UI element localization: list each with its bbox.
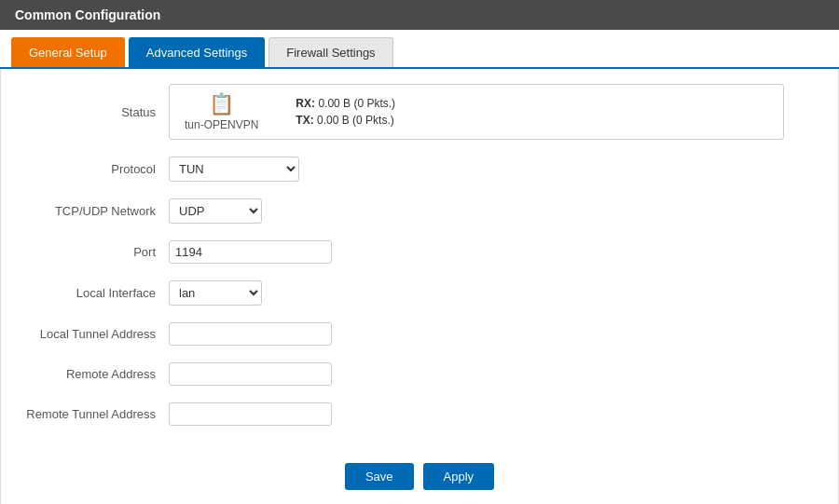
local-interface-select[interactable]: lan wan loopback bbox=[169, 280, 262, 306]
tab-firewall-settings[interactable]: Firewall Settings bbox=[268, 37, 392, 67]
content-area: Status 📋 tun-OPENVPN RX: 0.00 B (0 Pkts.… bbox=[0, 69, 839, 504]
remote-tunnel-address-input[interactable] bbox=[169, 402, 332, 426]
protocol-label: Protocol bbox=[20, 162, 169, 176]
port-label: Port bbox=[20, 245, 169, 259]
port-row: Port bbox=[20, 240, 819, 264]
protocol-select[interactable]: TUN TAP bbox=[169, 157, 299, 182]
tcpudp-select[interactable]: UDP TCP bbox=[169, 198, 262, 224]
title-text: Common Configuration bbox=[15, 7, 160, 22]
buttons-row: Save Apply bbox=[20, 463, 819, 504]
local-interface-label: Local Interface bbox=[20, 286, 169, 300]
tab-bar: General Setup Advanced Settings Firewall… bbox=[0, 30, 839, 69]
remote-address-label: Remote Address bbox=[20, 367, 169, 381]
protocol-row: Protocol TUN TAP bbox=[20, 157, 819, 182]
status-rx-tx: RX: 0.00 B (0 Pkts.) TX: 0.00 B (0 Pkts.… bbox=[296, 97, 395, 127]
tab-general-setup[interactable]: General Setup bbox=[11, 37, 125, 67]
tab-advanced-settings[interactable]: Advanced Settings bbox=[129, 37, 265, 67]
status-icon-area: 📋 tun-OPENVPN bbox=[185, 92, 258, 131]
remote-tunnel-address-label: Remote Tunnel Address bbox=[20, 407, 169, 421]
remote-address-input[interactable] bbox=[169, 362, 332, 386]
tcpudp-row: TCP/UDP Network UDP TCP bbox=[20, 198, 819, 224]
local-tunnel-address-row: Local Tunnel Address bbox=[20, 322, 819, 346]
port-input[interactable] bbox=[169, 240, 332, 264]
local-tunnel-address-input[interactable] bbox=[169, 322, 332, 346]
status-row: Status 📋 tun-OPENVPN RX: 0.00 B (0 Pkts.… bbox=[20, 84, 819, 140]
remote-tunnel-address-row: Remote Tunnel Address bbox=[20, 402, 819, 426]
title-bar: Common Configuration bbox=[0, 0, 839, 30]
page-wrapper: Common Configuration General Setup Advan… bbox=[0, 0, 839, 504]
local-interface-row: Local Interface lan wan loopback bbox=[20, 280, 819, 306]
local-tunnel-address-label: Local Tunnel Address bbox=[20, 327, 169, 341]
remote-address-row: Remote Address bbox=[20, 362, 819, 386]
status-label: Status bbox=[20, 105, 169, 119]
apply-button[interactable]: Apply bbox=[423, 463, 495, 490]
tx-value: TX: 0.00 B (0 Pkts.) bbox=[296, 114, 395, 127]
tcpudp-label: TCP/UDP Network bbox=[20, 204, 169, 218]
network-icon: 📋 bbox=[209, 92, 234, 116]
status-box: 📋 tun-OPENVPN RX: 0.00 B (0 Pkts.) TX: 0… bbox=[169, 84, 784, 140]
save-button[interactable]: Save bbox=[345, 463, 414, 490]
rx-value: RX: 0.00 B (0 Pkts.) bbox=[296, 97, 395, 110]
device-name: tun-OPENVPN bbox=[185, 118, 258, 131]
